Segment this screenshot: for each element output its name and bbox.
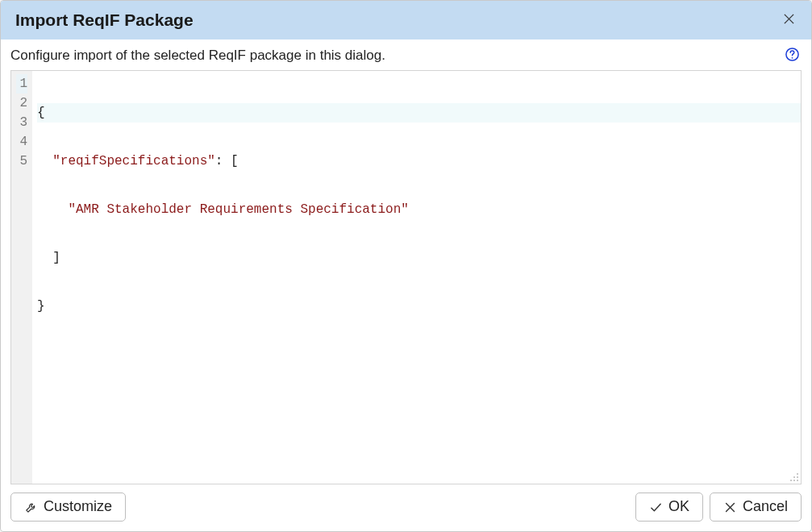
- ok-button-label: OK: [668, 498, 689, 516]
- dialog-description: Configure import of the selected ReqIF p…: [10, 48, 385, 64]
- resize-grip[interactable]: [788, 471, 799, 482]
- line-number: 5: [16, 152, 27, 171]
- editor-content[interactable]: { "reqifSpecifications": [ "AMR Stakehol…: [32, 71, 801, 484]
- wrench-icon: [24, 501, 38, 514]
- titlebar: Import ReqIF Package: [1, 1, 811, 39]
- customize-button-label: Customize: [44, 498, 112, 516]
- cancel-button-label: Cancel: [743, 498, 788, 516]
- description-bar: Configure import of the selected ReqIF p…: [1, 39, 811, 70]
- ok-button[interactable]: OK: [635, 493, 703, 522]
- svg-point-6: [797, 476, 798, 478]
- close-icon: [783, 13, 795, 28]
- code-line: }: [37, 297, 801, 316]
- json-editor[interactable]: 1 2 3 4 5 { "reqifSpecifications": [ "AM…: [10, 70, 802, 484]
- svg-point-8: [793, 480, 795, 481]
- line-number: 1: [16, 74, 27, 94]
- resize-grip-icon: [788, 471, 799, 484]
- close-button[interactable]: [777, 9, 800, 31]
- line-number: 2: [16, 94, 27, 113]
- svg-point-3: [791, 56, 793, 58]
- code-line: {: [37, 103, 801, 123]
- line-number: 4: [16, 132, 27, 152]
- svg-point-9: [797, 480, 798, 481]
- dialog-footer: Customize OK Cancel: [1, 484, 811, 531]
- dialog-title: Import ReqIF Package: [15, 10, 194, 30]
- customize-button[interactable]: Customize: [10, 493, 126, 522]
- import-reqif-dialog: Import ReqIF Package Configure import of…: [0, 0, 812, 532]
- svg-point-5: [793, 476, 795, 478]
- code-line: "AMR Stakeholder Requirements Specificat…: [37, 200, 801, 219]
- svg-point-4: [797, 473, 798, 475]
- cancel-button[interactable]: Cancel: [710, 493, 802, 522]
- editor-gutter: 1 2 3 4 5: [11, 71, 32, 484]
- check-icon: [649, 501, 663, 514]
- code-line: ]: [37, 248, 801, 268]
- help-icon: [785, 47, 800, 65]
- svg-point-7: [790, 480, 792, 481]
- code-line: "reqifSpecifications": [: [37, 152, 801, 171]
- x-icon: [723, 501, 737, 514]
- help-button[interactable]: [784, 48, 800, 64]
- line-number: 3: [16, 113, 27, 132]
